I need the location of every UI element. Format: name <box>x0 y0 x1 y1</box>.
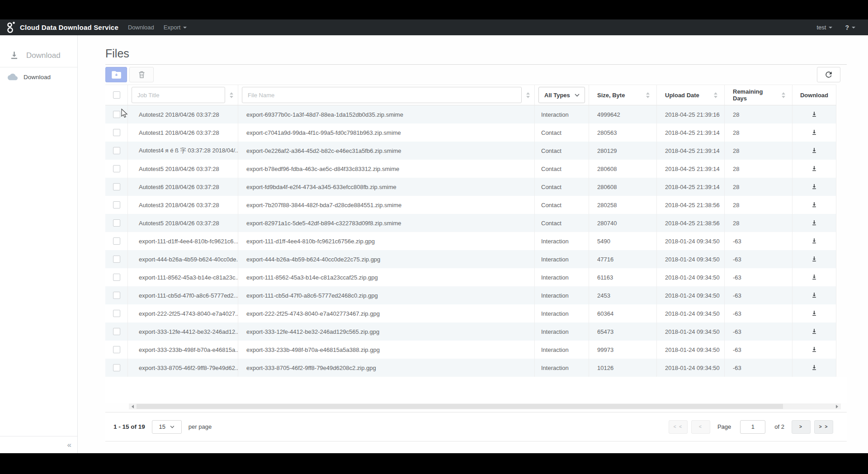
download-icon[interactable] <box>811 237 818 245</box>
file-name-filter-input[interactable] <box>242 87 522 103</box>
upload-date-cell: 2018-01-24 09:34:50 <box>657 322 725 341</box>
size-cell: 61163 <box>589 268 657 286</box>
type-cell: Interaction <box>535 322 589 341</box>
job-title-cell: export-111-d1ff-4ee4-810b-fc9621c6... <box>128 232 238 250</box>
brand[interactable]: Cloud Data Download Service <box>5 21 118 33</box>
job-title-filter-input[interactable] <box>132 87 225 103</box>
scroll-left-arrow-icon[interactable] <box>129 403 137 409</box>
row-checkbox[interactable] <box>113 346 120 353</box>
upload-date-cell: 2018-04-25 21:38:56 <box>657 214 725 232</box>
table-row: export-111-cb5d-47f0-a8c6-5777ed2... exp… <box>105 286 836 304</box>
sort-upload-date-icon[interactable] <box>713 92 718 98</box>
select-all-checkbox[interactable] <box>113 91 120 99</box>
user-menu[interactable]: test <box>816 24 832 31</box>
row-checkbox[interactable] <box>113 237 120 245</box>
download-icon[interactable] <box>811 183 818 190</box>
download-icon[interactable] <box>811 274 818 281</box>
nav-item-download[interactable]: Download <box>128 24 154 31</box>
upload-date-cell: 2018-01-24 09:34:50 <box>657 268 725 286</box>
upload-date-cell: 2018-01-24 09:34:50 <box>657 359 725 377</box>
sidebar-section-download[interactable]: Download <box>0 35 77 67</box>
row-checkbox[interactable] <box>113 310 120 317</box>
chevron-down-icon <box>183 27 187 28</box>
delete-button[interactable] <box>129 67 154 82</box>
file-name-cell: export-7b207f88-3844-482f-bda7-d28cde884… <box>238 196 535 214</box>
bulk-download-button[interactable] <box>105 67 127 82</box>
row-checkbox[interactable] <box>113 274 120 281</box>
job-title-cell: export-222-2f25-4743-8040-e7a4027... <box>128 304 238 322</box>
remaining-days-cell: 28 <box>725 123 793 142</box>
table-row: Autotest6 2018/04/26 03:37:28 export-fd9… <box>105 178 836 196</box>
scroll-right-arrow-icon[interactable] <box>833 403 841 409</box>
first-page-button[interactable]: < < <box>669 420 688 434</box>
file-name-cell: export-222-2f25-4743-8040-e7a402773467.z… <box>238 304 535 322</box>
row-checkbox[interactable] <box>113 328 120 335</box>
row-checkbox[interactable] <box>113 256 120 263</box>
table-row: export-111-d1ff-4ee4-810b-fc9621c6... ex… <box>105 232 836 250</box>
download-icon[interactable] <box>811 346 818 353</box>
download-icon[interactable] <box>811 165 818 172</box>
sidebar-item-download[interactable]: Download <box>0 67 77 86</box>
row-checkbox[interactable] <box>113 129 120 136</box>
size-cell: 280563 <box>589 123 657 142</box>
chevron-down-icon <box>852 27 855 28</box>
download-icon[interactable] <box>811 201 818 209</box>
header-download-cell: Download <box>793 85 836 105</box>
per-page-label: per page <box>189 423 212 430</box>
sort-file-name-icon[interactable] <box>525 92 531 98</box>
download-icon[interactable] <box>811 147 818 154</box>
refresh-button[interactable] <box>817 67 840 82</box>
row-checkbox[interactable] <box>113 364 120 371</box>
prev-page-button[interactable]: < <box>691 420 710 434</box>
next-page-button[interactable]: > <box>792 420 811 434</box>
last-page-button[interactable]: > > <box>814 420 833 434</box>
row-select-cell <box>105 196 128 214</box>
row-checkbox[interactable] <box>113 111 120 118</box>
row-checkbox[interactable] <box>113 183 120 190</box>
download-icon[interactable] <box>811 129 818 136</box>
row-checkbox[interactable] <box>113 201 120 209</box>
download-cell <box>793 123 836 142</box>
download-icon[interactable] <box>811 364 818 371</box>
download-cell <box>793 160 836 178</box>
remaining-days-cell: -63 <box>725 232 793 250</box>
download-icon[interactable] <box>811 292 818 299</box>
download-icon[interactable] <box>811 310 818 317</box>
upload-date-cell: 2018-01-24 09:34:50 <box>657 304 725 322</box>
nav-item-export[interactable]: Export <box>164 24 187 31</box>
sort-job-title-icon[interactable] <box>229 92 234 98</box>
file-name-cell: export-c7041a9d-99da-4f1c-99a5-fd0c7981b… <box>238 123 535 142</box>
row-checkbox[interactable] <box>113 292 120 299</box>
sort-remaining-days-icon[interactable] <box>781 92 786 98</box>
header-remaining-days-label: Remaining Days <box>733 88 777 102</box>
page-number-input[interactable] <box>740 420 765 434</box>
sort-size-icon[interactable] <box>645 92 651 98</box>
row-checkbox[interactable] <box>113 165 120 172</box>
page-label: Page <box>717 423 731 430</box>
table-header: All Types Size, Byte Upload Date Remaini… <box>105 85 836 105</box>
download-icon[interactable] <box>811 219 818 227</box>
horizontal-scrollbar[interactable] <box>129 403 841 409</box>
toolbar <box>105 67 847 82</box>
file-name-cell: export-111-d1ff-4ee4-810b-fc9621c6756e.z… <box>238 232 535 250</box>
type-cell: Contact <box>535 196 589 214</box>
upload-date-cell: 2018-04-25 21:39:14 <box>657 142 725 160</box>
header-remaining-days-cell: Remaining Days <box>725 85 793 105</box>
job-title-cell: export-333-8705-46f2-9ff8-79e49d62... <box>128 359 238 377</box>
help-menu[interactable]: ? <box>845 24 855 31</box>
row-checkbox[interactable] <box>113 147 120 154</box>
sidebar-collapse-button[interactable]: « <box>67 441 71 449</box>
file-name-cell: export-0e226af2-a364-45d2-b82c-e46ec31a5… <box>238 142 535 160</box>
type-cell: Interaction <box>535 250 589 268</box>
sidebar-section-label: Download <box>26 51 61 60</box>
page-size-select[interactable]: 15 <box>152 420 182 434</box>
type-filter-select[interactable]: All Types <box>538 87 585 103</box>
download-cell <box>793 178 836 196</box>
download-icon[interactable] <box>811 256 818 263</box>
scrollbar-thumb[interactable] <box>137 404 783 409</box>
file-name-cell: export-333-12fe-4412-be32-246ad129c565.z… <box>238 322 535 341</box>
download-icon[interactable] <box>811 328 818 335</box>
row-checkbox[interactable] <box>113 219 120 227</box>
row-select-cell <box>105 123 128 142</box>
download-icon[interactable] <box>811 111 818 118</box>
